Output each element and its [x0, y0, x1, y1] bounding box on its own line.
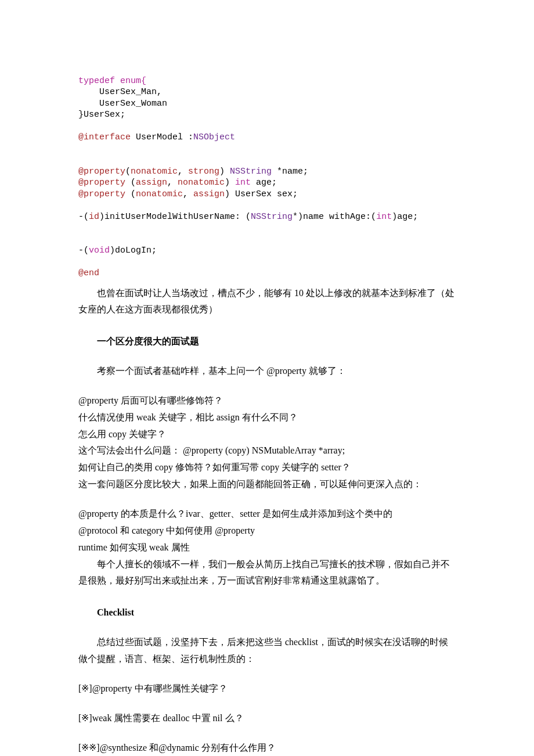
code-attr: assign: [193, 189, 225, 199]
list-item: 什么情况使用 weak 关键字，相比 assign 有什么不同？: [78, 409, 456, 426]
code-attr: nonatomic: [131, 167, 178, 177]
checklist: [※]weak 属性需要在 dealloc 中置 nil 么？: [78, 710, 456, 727]
code-keyword: int: [235, 178, 251, 188]
code-keyword: void: [89, 246, 110, 255]
code-text: -(: [78, 246, 89, 255]
paragraph: 也曾在面试时让人当场改过，槽点不少，能够有 10 处以上修改的就基本达到标准了（…: [78, 285, 456, 319]
paragraph: 总结过些面试题，没坚持下去，后来把这些当 checklist，面试的时候实在没话…: [78, 634, 456, 668]
document-page: typedef enum{ UserSex_Man, UserSex_Woman…: [0, 0, 534, 756]
checklist: [※※]@synthesize 和@dynamic 分别有什么作用？: [78, 740, 456, 756]
code-keyword: id: [89, 212, 99, 222]
list-item: @property 的本质是什么？ivar、getter、setter 是如何生…: [78, 506, 456, 523]
code-text: *name;: [272, 167, 308, 177]
code-text: ): [225, 178, 235, 188]
code-text: (: [125, 167, 131, 177]
code-text: age;: [251, 178, 277, 188]
code-line: UserSex_Man,: [78, 87, 162, 97]
section-heading: 一个区分度很大的面试题: [78, 333, 456, 350]
code-class: NSString: [251, 212, 293, 222]
code-text: )age;: [392, 212, 418, 222]
code-block: typedef enum{ UserSex_Man, UserSex_Woman…: [78, 64, 456, 279]
code-at-keyword: @interface: [78, 132, 131, 142]
list-item: @property 后面可以有哪些修饰符？: [78, 393, 456, 409]
code-keyword: int: [376, 212, 392, 222]
code-text: (: [125, 178, 136, 188]
paragraph: 每个人擅长的领域不一样，我们一般会从简历上找自己写擅长的技术聊，假如自己并不是很…: [78, 556, 456, 590]
code-keyword: typedef enum{: [78, 76, 146, 86]
checklist: [※]@property 中有哪些属性关键字？: [78, 681, 456, 697]
code-attr: nonatomic: [136, 189, 183, 199]
code-text: (: [125, 189, 136, 199]
list-item: 这一套问题区分度比较大，如果上面的问题都能回答正确，可以延伸问更深入点的：: [78, 476, 456, 493]
paragraph: 考察一个面试者基础咋样，基本上问一个 @property 就够了：: [78, 363, 456, 380]
question-list: @property 的本质是什么？ivar、getter、setter 是如何生…: [78, 506, 456, 556]
code-attr: strong: [188, 167, 219, 177]
checklist-item: [※]weak 属性需要在 dealloc 中置 nil 么？: [78, 710, 456, 727]
code-text: )initUserModelWithUserName: (: [99, 212, 251, 222]
list-item: 怎么用 copy 关键字？: [78, 426, 456, 443]
question-list: @property 后面可以有哪些修饰符？ 什么情况使用 weak 关键字，相比…: [78, 393, 456, 493]
code-text: ): [219, 167, 230, 177]
code-text: ,: [178, 167, 188, 177]
code-class: NSObject: [193, 132, 235, 142]
code-text: *)name withAge:(: [293, 212, 376, 222]
code-text: -(: [78, 212, 89, 222]
code-text: ) UserSex sex;: [225, 189, 298, 199]
checklist-item: [※]@property 中有哪些属性关键字？: [78, 681, 456, 697]
code-line: UserSex_Woman: [78, 99, 167, 109]
code-text: ,: [167, 178, 178, 188]
list-item: 这个写法会出什么问题： @property (copy) NSMutableAr…: [78, 442, 456, 459]
code-at-keyword: @property: [78, 167, 125, 177]
code-at-keyword: @end: [78, 268, 99, 278]
code-text: ,: [183, 189, 193, 199]
code-attr: nonatomic: [178, 178, 225, 188]
code-class: NSString: [230, 167, 272, 177]
code-at-keyword: @property: [78, 178, 125, 188]
list-item: @protocol 和 category 中如何使用 @property: [78, 523, 456, 539]
list-item: 如何让自己的类用 copy 修饰符？如何重写带 copy 关键字的 setter…: [78, 459, 456, 476]
code-text: )doLogIn;: [110, 246, 157, 255]
code-at-keyword: @property: [78, 189, 125, 199]
code-attr: assign: [136, 178, 167, 188]
code-text: UserModel :: [131, 132, 193, 142]
list-item: runtime 如何实现 weak 属性: [78, 539, 456, 556]
code-line: }UserSex;: [78, 110, 125, 120]
checklist-item: [※※]@synthesize 和@dynamic 分别有什么作用？: [78, 740, 456, 756]
section-heading: Checklist: [78, 604, 456, 621]
